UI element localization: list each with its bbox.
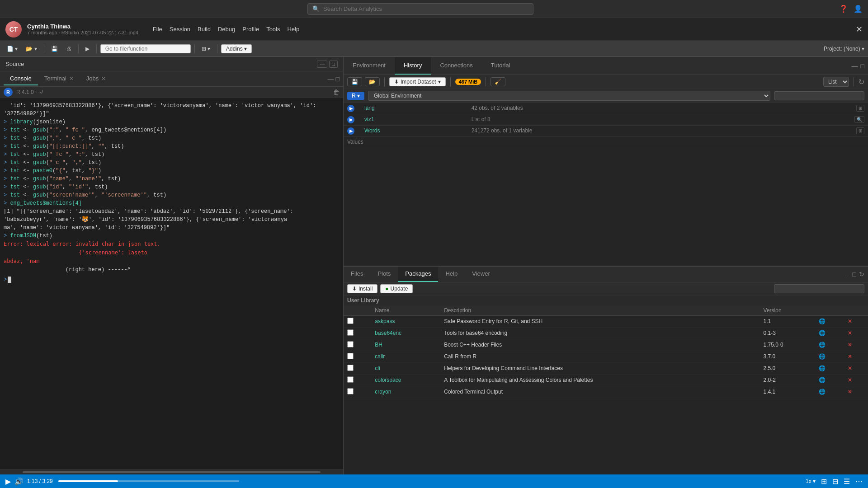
- tab-terminal[interactable]: Terminal ✕: [38, 72, 80, 85]
- project-select[interactable]: Project: (None) ▾: [824, 46, 864, 52]
- tab-viewer[interactable]: Viewer: [465, 267, 497, 282]
- tab-console[interactable]: Console: [4, 72, 38, 85]
- console-maximize-button[interactable]: □: [336, 75, 340, 83]
- tab-packages[interactable]: Packages: [398, 267, 438, 282]
- search-input[interactable]: [323, 5, 528, 12]
- menu-session[interactable]: Session: [170, 24, 190, 34]
- pkg-callr-link[interactable]: callr: [375, 353, 385, 360]
- toolbar-save[interactable]: 💾: [48, 44, 61, 53]
- tab-plots[interactable]: Plots: [370, 267, 398, 282]
- env-save-button[interactable]: 💾: [347, 77, 362, 86]
- pkg-col-name[interactable]: Name: [371, 305, 440, 316]
- env-broom-button[interactable]: 🧹: [491, 77, 505, 86]
- pkg-cli-checkbox[interactable]: [347, 365, 354, 371]
- user-button[interactable]: 👤: [854, 5, 863, 13]
- pkg-askpass-link[interactable]: askpass: [375, 318, 395, 324]
- variable-row-viz1[interactable]: ▶ viz1 List of 8 🔍: [344, 114, 868, 126]
- tab-connections[interactable]: Connections: [431, 57, 481, 75]
- pkg-base64enc-checkbox[interactable]: [347, 329, 354, 336]
- go-to-file-input[interactable]: [100, 44, 191, 53]
- menu-help[interactable]: Help: [287, 24, 299, 34]
- tab-tutorial[interactable]: Tutorial: [482, 57, 519, 75]
- pkg-colorspace-web-button[interactable]: 🌐: [819, 377, 826, 383]
- fullscreen-button[interactable]: ⊞: [821, 477, 827, 486]
- pkg-base64enc-link[interactable]: base64enc: [375, 330, 401, 336]
- pkg-refresh-button[interactable]: ↻: [859, 271, 864, 278]
- env-refresh-button[interactable]: ↻: [859, 78, 864, 86]
- pkg-base64enc-delete-button[interactable]: ✕: [848, 330, 852, 336]
- tab-jobs[interactable]: Jobs ✕: [80, 72, 112, 85]
- addins-button[interactable]: Addins ▾: [221, 44, 252, 53]
- tab-help[interactable]: Help: [438, 267, 465, 282]
- help-button[interactable]: ❓: [839, 5, 848, 13]
- pkg-base64enc-web-button[interactable]: 🌐: [819, 330, 826, 336]
- global-environment-select[interactable]: Global Environment: [368, 91, 770, 101]
- import-dataset-button[interactable]: ⬇ Import Dataset ▾: [389, 77, 446, 86]
- settings-button[interactable]: ☰: [844, 477, 850, 486]
- toolbar-run[interactable]: ▶: [82, 44, 93, 53]
- tab-files[interactable]: Files: [344, 267, 370, 282]
- pkg-cli-web-button[interactable]: 🌐: [819, 365, 826, 371]
- list-view-select[interactable]: List Grid: [823, 77, 849, 87]
- console-scrollbar-thumb[interactable]: [23, 471, 321, 473]
- variable-row-lang[interactable]: ▶ lang 42 obs. of 2 variables ⊞: [344, 103, 868, 114]
- pkg-crayon-link[interactable]: crayon: [375, 389, 391, 395]
- packages-search-input[interactable]: [774, 284, 864, 293]
- env-load-button[interactable]: 📂: [365, 77, 380, 86]
- pkg-crayon-checkbox[interactable]: [347, 388, 354, 394]
- pkg-askpass-delete-button[interactable]: ✕: [848, 318, 852, 324]
- pkg-crayon-delete-button[interactable]: ✕: [848, 389, 852, 395]
- pkg-BH-link[interactable]: BH: [375, 342, 382, 348]
- terminal-close-icon[interactable]: ✕: [69, 75, 74, 82]
- toolbar-print[interactable]: 🖨: [63, 44, 75, 53]
- pkg-cli-delete-button[interactable]: ✕: [848, 365, 852, 371]
- env-search-input[interactable]: [774, 91, 864, 100]
- install-packages-button[interactable]: ⬇ Install: [347, 284, 377, 293]
- console-clear-button[interactable]: 🗑: [333, 89, 340, 96]
- menu-debug[interactable]: Debug: [218, 24, 235, 34]
- pkg-maximize-button[interactable]: □: [853, 271, 856, 278]
- var-lang-grid-button[interactable]: ⊞: [856, 105, 864, 112]
- toolbar-grid[interactable]: ⊞ ▾: [198, 44, 213, 53]
- pkg-askpass-checkbox[interactable]: [347, 318, 354, 324]
- more-button[interactable]: ⋯: [855, 477, 863, 486]
- pkg-minimize-button[interactable]: —: [844, 271, 850, 278]
- var-viz1-search-button[interactable]: 🔍: [854, 116, 864, 123]
- jobs-close-icon[interactable]: ✕: [101, 75, 106, 82]
- pkg-colorspace-link[interactable]: colorspace: [375, 377, 401, 383]
- update-packages-button[interactable]: ● Update: [380, 284, 413, 293]
- source-minimize-button[interactable]: —: [317, 61, 327, 68]
- env-minimize-button[interactable]: —: [852, 62, 858, 70]
- pkg-callr-delete-button[interactable]: ✕: [848, 353, 852, 360]
- pkg-BH-checkbox[interactable]: [347, 341, 354, 347]
- pkg-BH-delete-button[interactable]: ✕: [848, 342, 852, 348]
- toolbar-new-file[interactable]: 📄 ▾: [4, 44, 21, 53]
- console-minimize-button[interactable]: —: [328, 75, 334, 83]
- variable-row-words[interactable]: ▶ Words 241272 obs. of 1 variable ⊞: [344, 126, 868, 137]
- toolbar-open-file[interactable]: 📂 ▾: [23, 44, 40, 53]
- menu-file[interactable]: File: [153, 24, 162, 34]
- pkg-colorspace-checkbox[interactable]: [347, 376, 354, 383]
- play-button[interactable]: ▶: [5, 477, 11, 486]
- pkg-crayon-web-button[interactable]: 🌐: [819, 389, 826, 395]
- menu-tools[interactable]: Tools: [266, 24, 280, 34]
- pkg-askpass-web-button[interactable]: 🌐: [819, 318, 826, 324]
- env-maximize-button[interactable]: □: [861, 62, 864, 70]
- menu-build[interactable]: Build: [198, 24, 211, 34]
- menu-profile[interactable]: Profile: [242, 24, 259, 34]
- pkg-callr-checkbox[interactable]: [347, 353, 354, 359]
- console-body[interactable]: 'id': '1379069357683322886'}, {'screen_n…: [0, 98, 343, 469]
- pkg-callr-web-button[interactable]: 🌐: [819, 353, 826, 360]
- tab-environment[interactable]: Environment: [344, 57, 395, 75]
- volume-button[interactable]: 🔊: [14, 477, 24, 486]
- source-maximize-button[interactable]: □: [329, 61, 338, 68]
- pkg-colorspace-delete-button[interactable]: ✕: [848, 377, 852, 383]
- var-words-grid-button[interactable]: ⊞: [856, 127, 864, 134]
- pkg-BH-web-button[interactable]: 🌐: [819, 342, 826, 348]
- pip-button[interactable]: ⊟: [832, 477, 838, 486]
- r-language-button[interactable]: R ▾: [347, 92, 364, 100]
- close-userbar-button[interactable]: ✕: [856, 24, 863, 34]
- pkg-cli-link[interactable]: cli: [375, 365, 380, 371]
- console-input-line[interactable]: >: [4, 276, 340, 284]
- video-progress-bar[interactable]: [58, 480, 239, 482]
